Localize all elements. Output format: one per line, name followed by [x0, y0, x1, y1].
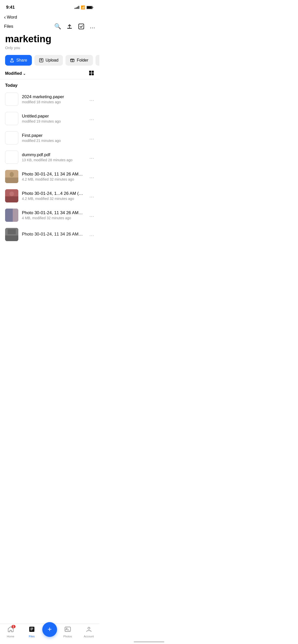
folder-action-icon [70, 58, 75, 63]
file-info: First.paper modified 21 minutes ago [22, 133, 84, 143]
list-item[interactable]: dummy.pdf.pdf 13 KB, modified 28 minutes… [0, 148, 99, 167]
file-thumbnail [5, 93, 18, 106]
file-list: Today 2024 marketing.paper modified 18 m… [0, 79, 99, 244]
svg-rect-9 [89, 73, 91, 75]
file-name: 2024 marketing.paper [22, 94, 84, 99]
file-meta: 13 KB, modified 28 minutes ago [22, 158, 84, 162]
file-name: Untitled.paper [22, 114, 84, 119]
select-button[interactable] [78, 23, 85, 30]
sort-label-text: Modified [5, 71, 22, 76]
file-thumbnail [5, 151, 18, 164]
back-nav: ‹ Word [0, 12, 99, 21]
svg-rect-2 [93, 7, 93, 8]
svg-rect-22 [5, 236, 18, 241]
file-name: First.paper [22, 133, 84, 138]
back-button[interactable]: ‹ Word [4, 14, 17, 20]
svg-rect-18 [5, 209, 13, 222]
sort-button[interactable]: Modified ⌄ [5, 71, 26, 76]
status-time: 9:41 [6, 5, 15, 10]
file-more-button[interactable]: … [87, 95, 94, 103]
folder-label: Folder [77, 58, 88, 63]
upload-button[interactable] [66, 23, 73, 30]
svg-point-12 [10, 172, 14, 177]
file-info: 2024 marketing.paper modified 18 minutes… [22, 94, 84, 104]
file-name: Photo 30-01-24, 1...4 26 AM (1) (1).png [22, 191, 84, 196]
list-item[interactable]: Untitled.paper modified 19 minutes ago … [0, 109, 99, 128]
svg-rect-21 [8, 229, 16, 234]
sort-bar: Modified ⌄ [0, 68, 99, 79]
folder-title-section: marketing Only you [0, 32, 99, 51]
files-title: Files [4, 24, 13, 29]
back-chevron-icon: ‹ [4, 14, 6, 20]
photo-thumb-3 [5, 209, 18, 222]
svg-rect-4 [79, 24, 84, 29]
grid-view-button[interactable] [89, 70, 94, 77]
svg-point-16 [9, 192, 14, 196]
battery-icon [87, 6, 93, 9]
file-info: Photo 30-01-24, 11 34 26 AM (1).png 4 MB… [22, 210, 84, 220]
file-meta: 4.2 MB, modified 32 minutes ago [22, 177, 84, 181]
file-more-button[interactable]: … [87, 153, 94, 161]
header-toolbar: Files 🔍 … [0, 21, 99, 32]
upload-button-action[interactable]: Upload [34, 55, 63, 66]
file-meta: modified 21 minutes ago [22, 139, 84, 143]
file-meta: modified 19 minutes ago [22, 119, 84, 123]
file-more-button[interactable]: … [87, 230, 94, 238]
back-label: Word [7, 15, 17, 20]
file-name: Photo 30-01-24, 11 34 26 AM (2).png [22, 172, 84, 177]
svg-rect-1 [87, 6, 92, 9]
file-more-button[interactable]: … [87, 192, 94, 200]
file-thumbnail [5, 209, 18, 222]
folder-button[interactable]: Folder [65, 55, 93, 66]
share-icon [10, 58, 14, 63]
svg-rect-3 [67, 28, 72, 29]
file-info: Photo 30-01-24, 11 34 26 AM (2).png 4.2 … [22, 172, 84, 181]
photo-thumb-1 [5, 170, 18, 183]
svg-rect-15 [5, 196, 18, 202]
file-thumbnail [5, 112, 18, 125]
file-info: Untitled.paper modified 19 minutes ago [22, 114, 84, 123]
list-item[interactable]: Photo 30-01-24, 11 34 26 AM (2).png 4.2 … [0, 167, 99, 186]
file-name: dummy.pdf.pdf [22, 152, 84, 157]
section-today: Today [0, 79, 99, 90]
sort-chevron-icon: ⌄ [23, 72, 26, 76]
file-more-button[interactable]: … [87, 172, 94, 180]
file-info: dummy.pdf.pdf 13 KB, modified 28 minutes… [22, 152, 84, 162]
upload-action-icon [39, 58, 44, 63]
folder-title: marketing [5, 34, 94, 45]
upload-label: Upload [46, 58, 59, 63]
list-item[interactable]: 2024 marketing.paper modified 18 minutes… [0, 90, 99, 109]
file-thumbnail [5, 170, 18, 183]
list-item[interactable]: Photo 30-01-24, 1...4 26 AM (1) (1).png … [0, 186, 99, 206]
signal-icon [75, 6, 79, 9]
photo-thumb-2 [5, 189, 18, 202]
file-info: Photo 30-01-24, 1...4 26 AM (1) (1).png … [22, 191, 84, 201]
file-thumbnail [5, 189, 18, 202]
share-label: Share [16, 58, 27, 63]
file-meta: 4 MB, modified 32 minutes ago [22, 216, 84, 220]
file-name: Photo 30-01-24, 11 34 26 AM.png [22, 232, 84, 237]
offline-button[interactable]: Offline [96, 55, 99, 66]
wifi-icon: 📶 [81, 5, 85, 9]
status-bar: 9:41 📶 [0, 0, 99, 12]
file-meta: 4.2 MB, modified 32 minutes ago [22, 197, 84, 201]
folder-subtitle: Only you [5, 46, 94, 50]
list-item[interactable]: Photo 30-01-24, 11 34 26 AM.png … [0, 225, 99, 244]
svg-rect-13 [5, 178, 18, 183]
share-button[interactable]: Share [5, 55, 32, 66]
svg-rect-8 [92, 71, 94, 73]
file-thumbnail [5, 131, 18, 144]
file-name: Photo 30-01-24, 11 34 26 AM (1).png [22, 210, 84, 215]
file-thumbnail [5, 228, 18, 241]
more-button[interactable]: … [90, 23, 95, 30]
header-actions: 🔍 … [54, 23, 95, 30]
svg-rect-19 [13, 209, 18, 222]
file-more-button[interactable]: … [87, 134, 94, 142]
file-more-button[interactable]: … [87, 211, 94, 219]
file-more-button[interactable]: … [87, 114, 94, 122]
svg-rect-10 [92, 73, 94, 75]
search-button[interactable]: 🔍 [54, 23, 61, 30]
list-item[interactable]: Photo 30-01-24, 11 34 26 AM (1).png 4 MB… [0, 206, 99, 225]
file-info: Photo 30-01-24, 11 34 26 AM.png [22, 232, 84, 237]
list-item[interactable]: First.paper modified 21 minutes ago … [0, 128, 99, 148]
